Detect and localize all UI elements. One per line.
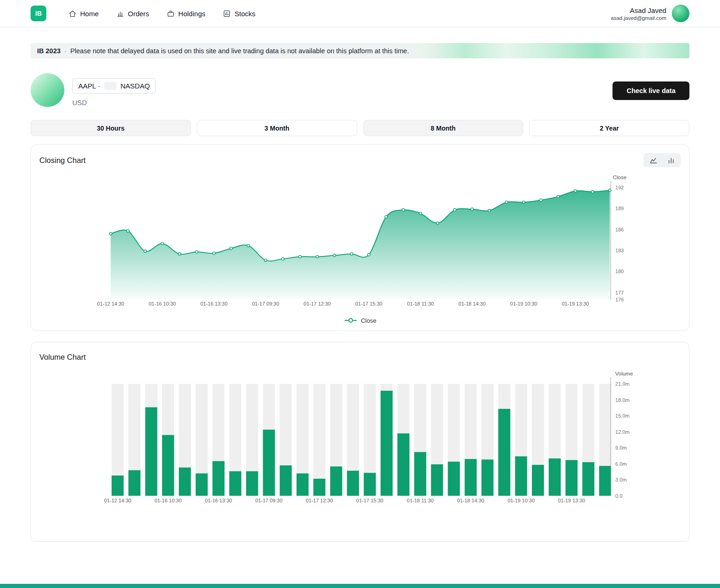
nav-item-label: Stocks [234,10,255,18]
svg-text:01-17 15:30: 01-17 15:30 [356,498,384,503]
svg-text:01-17 09:30: 01-17 09:30 [252,301,279,307]
svg-text:12.0m: 12.0m [615,429,630,434]
stocks-chart-icon [223,10,231,18]
footer-accent-bar [0,584,720,588]
svg-text:01-18 14:30: 01-18 14:30 [459,301,486,307]
user-block: Asad Javed asad.javed@gmail.com [611,5,689,22]
user-email: asad.javed@gmail.com [611,15,666,21]
nav-item-holdings[interactable]: Holdings [167,10,205,18]
exchange-logo-chip [104,82,116,90]
svg-text:Close: Close [613,175,626,180]
svg-text:01-16 10:30: 01-16 10:30 [149,301,176,307]
main-nav: Home Orders Holdings Stocks [69,10,255,18]
range-button-8-month[interactable]: 8 Month [363,120,524,136]
line-chart-icon [650,157,657,163]
stock-symbol: AAPL · [78,82,100,90]
svg-text:9.0m: 9.0m [615,445,626,450]
legend-close-label: Close [361,317,376,324]
volume-chart-card: Volume Chart Volume21.0m18.0m15.0m12.0m9… [31,342,689,542]
briefcase-icon [167,10,175,18]
svg-text:01-18 11:30: 01-18 11:30 [407,301,434,307]
svg-text:Volume: Volume [615,371,633,376]
svg-text:01-19 13:30: 01-19 13:30 [562,301,589,307]
user-avatar[interactable] [672,5,689,22]
banner-badge: IB 2023 [37,47,61,55]
svg-text:183: 183 [615,248,624,253]
svg-text:01-12 14:30: 01-12 14:30 [104,498,132,503]
svg-text:01-17 12:30: 01-17 12:30 [306,498,333,503]
app-logo[interactable]: IB [31,6,46,21]
nav-item-label: Orders [128,10,149,18]
svg-text:15.0m: 15.0m [615,413,630,419]
stock-symbol-box: AAPL · NASDAQ [72,78,156,94]
stock-header: AAPL · NASDAQ USD Check live data [31,73,689,107]
user-name: Asad Javed [611,6,666,14]
chart-type-toggle [644,153,681,167]
chart-legend[interactable]: Close [31,312,689,324]
svg-text:01-17 12:30: 01-17 12:30 [303,301,331,307]
time-range-selector: 30 Hours 3 Month 8 Month 2 Year [31,120,689,136]
bar-chart-icon [668,157,675,163]
svg-text:01-18 14:30: 01-18 14:30 [457,498,485,503]
banner-separator: · [64,47,67,55]
svg-text:01-12 14:30: 01-12 14:30 [97,301,125,307]
svg-text:3.0m: 3.0m [615,477,626,482]
delayed-data-banner: IB 2023 · Please note that delayed data … [31,43,689,58]
check-live-data-button[interactable]: Check live data [613,81,689,100]
svg-text:01-16 13:30: 01-16 13:30 [205,498,232,503]
closing-chart-card: Closing Chart Close192189186183180177176… [31,144,689,331]
svg-text:01-19 10:30: 01-19 10:30 [510,301,537,307]
volume-chart-title: Volume Chart [39,353,86,362]
svg-text:186: 186 [615,227,624,232]
closing-chart-title: Closing Chart [39,156,86,165]
svg-text:01-19 13:30: 01-19 13:30 [558,498,585,503]
nav-item-home[interactable]: Home [69,10,99,18]
range-button-3-month[interactable]: 3 Month [197,120,357,136]
svg-text:176: 176 [615,297,624,302]
nav-item-label: Holdings [178,10,205,18]
banner-message: Please note that delayed data is used on… [70,47,409,55]
top-navbar: IB Home Orders Holdings Stocks Asad Jave… [0,0,720,27]
svg-text:189: 189 [615,206,624,211]
stock-currency: USD [72,99,156,106]
svg-text:6.0m: 6.0m [615,461,626,466]
svg-text:01-18 11:30: 01-18 11:30 [407,498,434,503]
svg-text:177: 177 [615,290,624,295]
stock-logo [31,73,64,107]
volume-chart-canvas[interactable]: Volume21.0m18.0m15.0m12.0m9.0m6.0m3.0m0.… [31,364,689,508]
svg-text:18.0m: 18.0m [615,397,630,402]
range-button-30-hours[interactable]: 30 Hours [31,120,191,136]
closing-chart-canvas[interactable]: Close19218918618318017717601-12 14:3001-… [31,167,689,312]
svg-text:01-17 09:30: 01-17 09:30 [255,498,283,503]
svg-text:21.0m: 21.0m [615,381,630,387]
svg-text:01-19 10:30: 01-19 10:30 [507,498,535,503]
nav-item-label: Home [80,10,99,18]
svg-text:180: 180 [615,269,624,274]
orders-chart-icon [116,10,124,18]
svg-text:01-17 15:30: 01-17 15:30 [355,301,383,307]
legend-close-marker [344,318,358,323]
page: IB Home Orders Holdings Stocks Asad Jave… [0,0,720,588]
stock-exchange: NASDAQ [120,82,150,90]
svg-text:0.0: 0.0 [615,493,622,499]
bar-chart-toggle-button[interactable] [663,155,679,166]
svg-text:192: 192 [615,185,624,190]
home-icon [69,10,76,18]
svg-text:01-16 13:30: 01-16 13:30 [200,301,227,307]
nav-item-stocks[interactable]: Stocks [223,10,255,18]
nav-item-orders[interactable]: Orders [116,10,149,18]
line-chart-toggle-button[interactable] [645,155,662,166]
range-button-2-year[interactable]: 2 Year [529,120,689,136]
svg-text:01-16 10:30: 01-16 10:30 [154,498,182,503]
